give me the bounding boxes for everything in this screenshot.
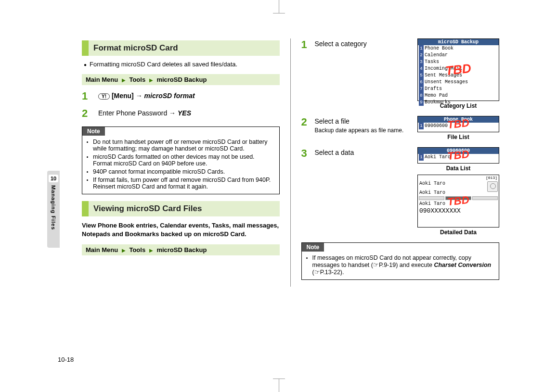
nav-tools-label: Tools (129, 76, 145, 83)
step-sub-text: Backup date appears as file name. (315, 127, 412, 134)
page-ref: P.9-19 (379, 262, 396, 268)
step-body: Y! [Menu] → microSD format (98, 90, 280, 102)
note-item: If format fails, turn power off and remo… (93, 177, 274, 190)
action-label: microSD format (144, 92, 195, 100)
note-item: microSD Cards formatted on other devices… (93, 153, 274, 167)
detail-name: Aoki Taro (418, 180, 499, 187)
list-item: Bookmarks (425, 99, 451, 106)
screen-title: microSD Backup (418, 39, 499, 45)
list-item: Unsent Messages (425, 79, 468, 86)
file-list-screen: Phone Book 109060600 TBD (417, 116, 499, 132)
avatar-icon (487, 181, 498, 192)
note-item: Do not turn handset power off or remove … (93, 139, 274, 152)
screenshot-col: microSD Backup 1Phone Book 2Calendar 3Ta… (417, 38, 499, 109)
detail-tabs (418, 196, 499, 201)
detail-phone: 090XXXXXXXX (418, 207, 499, 215)
steps-format: 1 Y! [Menu] → microSD format 2 Enter Pho… (82, 90, 280, 120)
note-text: ). (340, 269, 344, 276)
step-number: 3 (301, 147, 309, 160)
list-item: Drafts (425, 86, 442, 92)
yes-label: YES (178, 109, 191, 117)
detail-name: Aoki Taro (418, 201, 499, 207)
note-title: Note (302, 243, 324, 252)
step2-prefix: Enter Phone Password (98, 109, 167, 117)
note-box-2: Note If messages on microSD Card do not … (301, 242, 500, 280)
note-item: If messages on microSD Card do not appea… (312, 254, 494, 276)
menu-label: [Menu] (112, 92, 134, 100)
step-text: Select a data (315, 147, 412, 156)
nav-tools-label: Tools (129, 246, 145, 253)
nav-backup-label: microSD Backup (156, 246, 207, 253)
detail-name: Aoki Taro (418, 190, 499, 196)
list-item: Tasks (425, 59, 439, 65)
note-list: Do not turn handset power off or remove … (87, 139, 274, 190)
step-2: 2 Enter Phone Password → YES (82, 107, 280, 120)
page: 10 Managing Files Format microSD Card ● … (0, 0, 557, 392)
caption: File List (417, 134, 499, 140)
step-body: Enter Phone Password → YES (98, 107, 280, 120)
chevron-right-icon: ▶ (147, 248, 155, 253)
crop-mark-top (279, 0, 279, 13)
nav-main-label: Main Menu (86, 76, 118, 83)
note-box-1: Note Do not turn handset power off or re… (82, 126, 280, 194)
list-item: 09060600 (425, 123, 448, 129)
list-item: Aoki Taro (425, 154, 451, 161)
pointer-icon: ☞ (314, 269, 320, 276)
intro-bullet: ● Formatting microSD Card deletes all sa… (84, 61, 280, 69)
section-title: Viewing microSD Card Files (93, 204, 202, 213)
arrow-right-icon: → (169, 109, 176, 117)
section-header-format: Format microSD Card (82, 40, 280, 56)
page-ref: P.13-22 (320, 269, 340, 276)
columns: Format microSD Card ● Formatting microSD… (82, 38, 499, 287)
rstep-1: 1 Select a category microSD Backup 1Phon… (301, 38, 500, 109)
data-list-screen: 09060600 1Aoki Taro TBD (417, 147, 499, 164)
nav-bar-2: Main Menu ▶ Tools ▶ microSD Backup (82, 244, 280, 255)
chapter-label: Managing Files (51, 185, 56, 230)
step-1: 1 Y! [Menu] → microSD format (82, 90, 280, 102)
section-title: Format microSD Card (93, 43, 178, 52)
crop-mark-bottom (279, 379, 279, 392)
pointer-icon: ☞ (373, 262, 379, 268)
screenshot-col: 09060600 1Aoki Taro TBD Data List [013] … (417, 147, 499, 236)
chevron-right-icon: ▶ (120, 77, 128, 83)
step-number: 1 (82, 90, 91, 102)
rstep-3: 3 Select a data 09060600 1Aoki Taro TBD … (301, 147, 500, 236)
right-column: 1 Select a category microSD Backup 1Phon… (291, 38, 500, 287)
note-item: 940P cannot format incompatible microSD … (93, 168, 274, 175)
left-column: Format microSD Card ● Formatting microSD… (82, 38, 291, 287)
list-item: Memo Pad (425, 92, 448, 99)
step-main-text: Select a file (315, 117, 350, 125)
note-title: Note (82, 127, 105, 136)
list-item: Calendar (425, 52, 448, 59)
screenshot-col: Phone Book 109060600 TBD File List (417, 116, 499, 140)
chevron-right-icon: ▶ (147, 77, 155, 83)
caption: Data List (417, 165, 499, 172)
note-text: ) and execute (396, 262, 434, 268)
caption: Detailed Data (417, 229, 499, 236)
screen-title: 09060600 (418, 148, 499, 154)
step-number: 2 (301, 116, 309, 128)
step-text: Select a file Backup date appears as fil… (315, 116, 412, 134)
list-item: Phone Book (425, 45, 453, 52)
nav-backup-label: microSD Backup (156, 76, 207, 83)
step-number: 2 (82, 107, 91, 120)
step-text: Select a category (315, 38, 412, 48)
y-key-icon: Y! (98, 93, 110, 100)
page-number: 10-18 (58, 356, 74, 363)
section-header-viewing: Viewing microSD Card Files (82, 201, 280, 216)
detail-counter: [013] (418, 175, 499, 180)
bullet-dot-icon: ● (84, 61, 87, 69)
chapter-tab: 10 Managing Files (47, 171, 60, 248)
nav-bar-1: Main Menu ▶ Tools ▶ microSD Backup (82, 74, 280, 85)
charset-label: Charset Conversion (434, 262, 491, 268)
rstep-2: 2 Select a file Backup date appears as f… (301, 116, 500, 140)
step-number: 1 (301, 38, 309, 51)
nav-main-label: Main Menu (86, 246, 118, 253)
list-item: Sent Messages (425, 72, 462, 79)
detailed-data-screen: [013] Aoki Taro Aoki Taro Aoki Taro 090X… (417, 175, 499, 228)
screen-rows: 1Phone Book 2Calendar 3Tasks 4Incoming M… (418, 45, 499, 106)
arrow-right-icon: → (136, 92, 142, 100)
intro-text: Formatting microSD Card deletes all save… (90, 61, 237, 69)
list-item: Incoming Mail (425, 65, 462, 72)
chapter-number: 10 (49, 175, 58, 182)
